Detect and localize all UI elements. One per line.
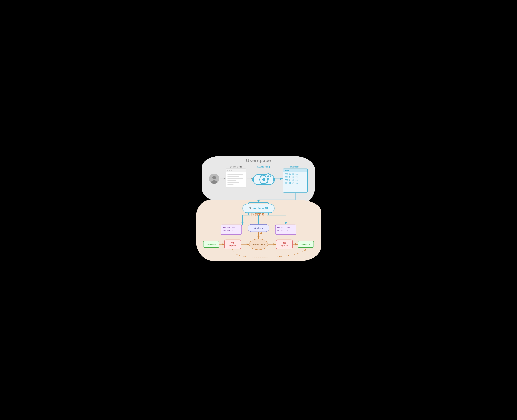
dot2 — [229, 170, 230, 171]
bytecode-line3: 002 61 2F 4C — [285, 179, 306, 182]
netdevice-left: netdevice — [203, 241, 219, 248]
bytecode-line1: 000 CA FE BA — [285, 173, 306, 176]
svg-point-18 — [212, 176, 216, 179]
verifier-label: Verifier + JIT — [253, 207, 268, 210]
dot1 — [227, 170, 228, 171]
sockets-box: Sockets — [247, 224, 270, 232]
tc-egress-label: TCEgress — [281, 242, 288, 247]
llvm-gear-svg — [252, 169, 275, 190]
bpf-left-line1: add eax, edx — [223, 226, 240, 229]
bc-dot2 — [286, 170, 288, 171]
user-avatar — [209, 174, 219, 184]
network-stack-label: Network Stack — [252, 243, 265, 246]
svg-rect-40 — [273, 178, 275, 181]
tc-egress: TCEgress — [276, 240, 293, 249]
netdevice-left-label: netdevice — [207, 243, 216, 246]
svg-rect-37 — [265, 176, 266, 177]
svg-rect-25 — [263, 175, 265, 176]
netdevice-right: netdevice — [298, 241, 314, 248]
bytecode-label: Bytecode — [283, 166, 307, 168]
svg-rect-38 — [270, 176, 271, 177]
svg-point-24 — [262, 178, 265, 181]
dot3 — [231, 170, 232, 171]
bpf-box-right: add eax, edx sh1 eax, 2 — [275, 225, 296, 235]
network-stack: Network Stack — [249, 239, 268, 250]
bpf-right-line1: add eax, edx — [277, 226, 294, 229]
bpf-left-line2: sh1 eax, 2 — [223, 229, 240, 232]
svg-rect-27 — [259, 179, 260, 180]
bytecode-line2: 001 54 65 72 — [285, 176, 306, 179]
code-line — [227, 176, 239, 177]
bpf-right-line2: sh1 eax, 2 — [277, 229, 294, 232]
code-line — [227, 182, 239, 183]
bytecode-header — [283, 169, 307, 172]
source-code-box — [226, 169, 246, 188]
bpf-box-left: add eax, edx sh1 eax, 2 — [221, 225, 242, 235]
diagram-container: Userspace Kernel — [193, 153, 324, 267]
tc-ingress: TCIngress — [224, 240, 241, 249]
bytecode-box: 000 CA FE BA 001 54 65 72 002 61 2F 4C 0… — [283, 169, 308, 193]
bc-dot3 — [288, 170, 289, 171]
code-line — [227, 184, 233, 185]
avatar-svg — [209, 174, 219, 184]
svg-rect-26 — [263, 183, 265, 184]
svg-rect-39 — [252, 178, 254, 181]
verifier-box: ⚙ Verifier + JIT — [242, 204, 275, 213]
bytecode-content: 000 CA FE BA 001 54 65 72 002 61 2F 4C 0… — [283, 172, 307, 186]
userspace-label: Userspace — [246, 158, 271, 163]
code-line — [227, 180, 236, 181]
sockets-label: Sockets — [254, 227, 263, 229]
code-line — [227, 178, 243, 179]
verifier-gear-icon: ⚙ — [249, 207, 251, 210]
bc-dot1 — [285, 170, 286, 171]
svg-rect-35 — [268, 173, 269, 174]
llvm-label: LLVM / clang — [254, 166, 273, 168]
svg-point-34 — [267, 175, 269, 177]
netdevice-right-label: netdevice — [301, 243, 310, 246]
bytecode-line4: 004 3B 17 6A — [285, 182, 306, 185]
svg-rect-36 — [268, 178, 269, 179]
verifier-bottom-connector — [248, 213, 269, 215]
source-code-label: Source Code — [226, 166, 246, 168]
tc-ingress-label: TCIngress — [229, 242, 236, 247]
code-line — [227, 174, 243, 175]
